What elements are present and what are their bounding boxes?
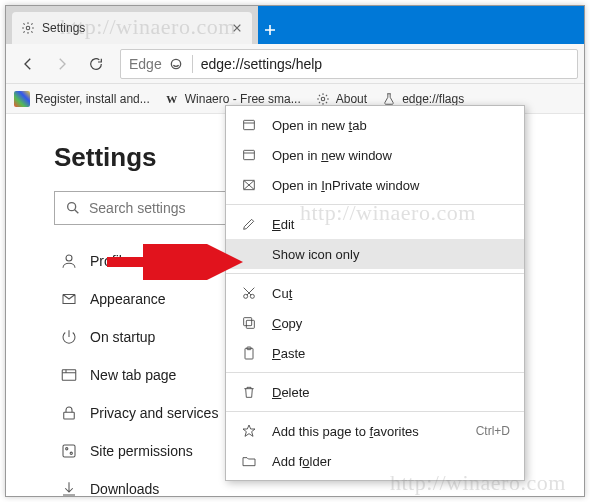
svg-point-8	[66, 448, 68, 450]
gear-icon	[20, 20, 36, 36]
sidebar-item-label: Appearance	[90, 291, 166, 307]
context-menu-item[interactable]: Delete	[226, 377, 524, 407]
context-menu-label: Open in InPrivate window	[272, 178, 510, 193]
svg-rect-6	[64, 412, 75, 419]
new-tab-button[interactable]	[256, 16, 284, 44]
context-menu-item[interactable]: Open in new tab	[226, 110, 524, 140]
address-prefix: Edge	[129, 56, 184, 72]
address-bar[interactable]: Edge edge://settings/help	[120, 49, 578, 79]
context-menu-item[interactable]: Open in InPrivate window	[226, 170, 524, 200]
context-menu-item[interactable]: Add folder	[226, 446, 524, 476]
w-icon: W	[164, 91, 180, 107]
address-separator	[192, 55, 193, 73]
back-button[interactable]	[12, 48, 44, 80]
context-menu-label: Delete	[272, 385, 510, 400]
svg-rect-5	[62, 370, 76, 381]
svg-rect-11	[244, 120, 255, 129]
bookmark-label: Register, install and...	[35, 92, 150, 106]
context-menu-label: Paste	[272, 346, 510, 361]
inprivate-icon	[240, 176, 258, 194]
context-menu-item[interactable]: Show icon only	[226, 239, 524, 269]
address-url: edge://settings/help	[201, 56, 322, 72]
browser-tab[interactable]: Settings	[12, 12, 252, 44]
svg-point-4	[66, 255, 72, 261]
context-menu-item[interactable]: Add this page to favoritesCtrl+D	[226, 416, 524, 446]
context-menu-separator	[226, 411, 524, 412]
svg-rect-17	[244, 318, 252, 326]
svg-rect-7	[63, 445, 75, 457]
svg-rect-16	[246, 320, 254, 328]
sidebar-item-label: Site permissions	[90, 443, 193, 459]
titlebar-accent	[258, 6, 584, 44]
sidebar-item-label: Downloads	[90, 481, 159, 497]
pencil-icon	[240, 215, 258, 233]
titlebar: Settings	[6, 6, 584, 44]
svg-point-9	[70, 452, 72, 454]
sidebar-item-label: New tab page	[90, 367, 176, 383]
svg-point-1	[171, 59, 180, 68]
copy-icon	[240, 314, 258, 332]
window-icon	[240, 146, 258, 164]
tile-icon	[14, 91, 30, 107]
trash-icon	[240, 383, 258, 401]
context-menu-label: Cut	[272, 286, 510, 301]
close-icon[interactable]	[230, 21, 244, 35]
context-menu-label: Open in new tab	[272, 118, 510, 133]
cut-icon	[240, 284, 258, 302]
context-menu-separator	[226, 204, 524, 205]
context-menu-item[interactable]: Cut	[226, 278, 524, 308]
context-menu: Open in new tabOpen in new windowOpen in…	[225, 105, 525, 481]
window-icon	[240, 116, 258, 134]
context-menu-item[interactable]: Copy	[226, 308, 524, 338]
context-menu-label: Add this page to favorites	[272, 424, 462, 439]
context-menu-label: Show icon only	[272, 247, 510, 262]
forward-button[interactable]	[46, 48, 78, 80]
folder-icon	[240, 452, 258, 470]
sidebar-item-label: Privacy and services	[90, 405, 218, 421]
toolbar: Edge edge://settings/help	[6, 44, 584, 84]
svg-rect-12	[244, 150, 255, 159]
context-menu-item[interactable]: Open in new window	[226, 140, 524, 170]
refresh-button[interactable]	[80, 48, 112, 80]
star-icon	[240, 422, 258, 440]
context-menu-label: Add folder	[272, 454, 510, 469]
svg-point-3	[68, 203, 76, 211]
sidebar-item-label: On startup	[90, 329, 155, 345]
bookmark-label: edge://flags	[402, 92, 464, 106]
bookmark-item[interactable]: Register, install and...	[14, 91, 150, 107]
bookmark-label: Winaero - Free sma...	[185, 92, 301, 106]
context-menu-label: Open in new window	[272, 148, 510, 163]
paste-icon	[240, 344, 258, 362]
context-menu-shortcut: Ctrl+D	[476, 424, 510, 438]
svg-point-2	[321, 97, 325, 101]
annotation-arrow	[103, 244, 243, 280]
search-icon	[65, 200, 81, 216]
context-menu-separator	[226, 372, 524, 373]
tab-title: Settings	[42, 21, 224, 35]
context-menu-item[interactable]: Edit	[226, 209, 524, 239]
context-menu-item[interactable]: Paste	[226, 338, 524, 368]
svg-point-0	[26, 26, 30, 30]
context-menu-label: Edit	[272, 217, 510, 232]
bookmark-label: About	[336, 92, 367, 106]
context-menu-separator	[226, 273, 524, 274]
context-menu-label: Copy	[272, 316, 510, 331]
